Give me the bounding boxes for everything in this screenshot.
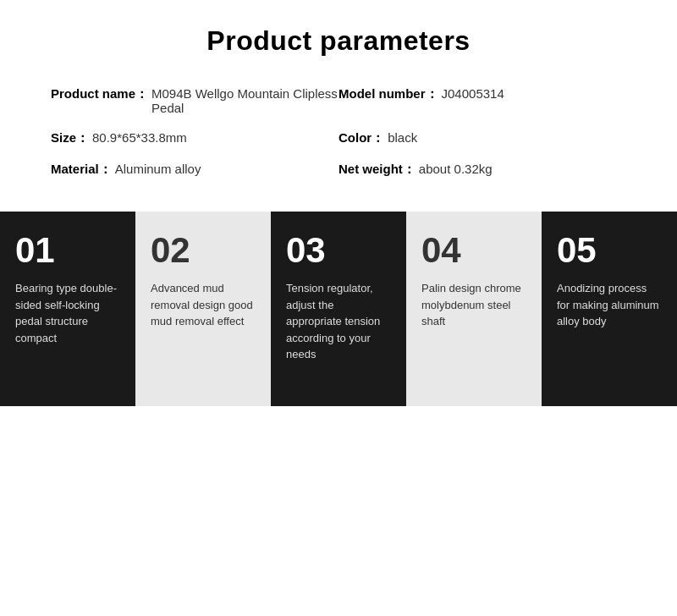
param-size: Size： 80.9*65*33.8mm — [51, 130, 338, 146]
param-label-product-name: Product name： — [51, 86, 148, 102]
params-grid: Product name： M094B Wellgo Mountain Clip… — [51, 86, 626, 178]
page-container: Product parameters Product name： M094B W… — [0, 0, 677, 406]
param-net-weight: Net weight： about 0.32kg — [338, 162, 626, 178]
param-label-net-weight: Net weight： — [338, 162, 416, 178]
page-title: Product parameters — [51, 25, 626, 57]
param-value-size: 80.9*65*33.8mm — [92, 130, 187, 145]
feature-item-1: 01 Bearing type double-sided self-lockin… — [0, 212, 135, 406]
param-value-model-number: J04005314 — [442, 86, 504, 101]
param-label-size: Size： — [51, 130, 89, 146]
feature-text-3: Tension regulator, adjust the appropriat… — [286, 280, 391, 363]
param-value-color: black — [388, 130, 417, 145]
feature-text-5: Anodizing process for making aluminum al… — [557, 280, 662, 330]
feature-number-2: 02 — [151, 233, 190, 268]
feature-item-5: 05 Anodizing process for making aluminum… — [542, 212, 677, 406]
param-label-model-number: Model number： — [338, 86, 438, 102]
feature-item-3: 03 Tension regulator, adjust the appropr… — [271, 212, 406, 406]
param-value-product-name: M094B Wellgo Mountain Clipless Pedal — [151, 86, 338, 115]
feature-text-1: Bearing type double-sided self-locking p… — [15, 280, 120, 346]
param-label-material: Material： — [51, 162, 112, 178]
param-product-name: Product name： M094B Wellgo Mountain Clip… — [51, 86, 338, 115]
feature-number-1: 01 — [15, 233, 55, 268]
param-label-color: Color： — [338, 130, 384, 146]
feature-text-2: Advanced mud removal design good mud rem… — [151, 280, 256, 330]
param-material: Material： Aluminum alloy — [51, 162, 338, 178]
feature-text-4: Palin design chrome molybdenum steel sha… — [421, 280, 526, 330]
feature-number-3: 03 — [286, 233, 326, 268]
feature-item-4: 04 Palin design chrome molybdenum steel … — [406, 212, 542, 406]
param-value-net-weight: about 0.32kg — [419, 162, 493, 176]
feature-number-4: 04 — [421, 233, 461, 268]
param-model-number: Model number： J04005314 — [338, 86, 626, 115]
params-section: Product parameters Product name： M094B W… — [0, 0, 677, 212]
feature-number-5: 05 — [557, 233, 597, 268]
param-value-material: Aluminum alloy — [115, 162, 201, 176]
param-color: Color： black — [338, 130, 626, 146]
features-section: 01 Bearing type double-sided self-lockin… — [0, 212, 677, 406]
feature-item-2: 02 Advanced mud removal design good mud … — [135, 212, 271, 406]
